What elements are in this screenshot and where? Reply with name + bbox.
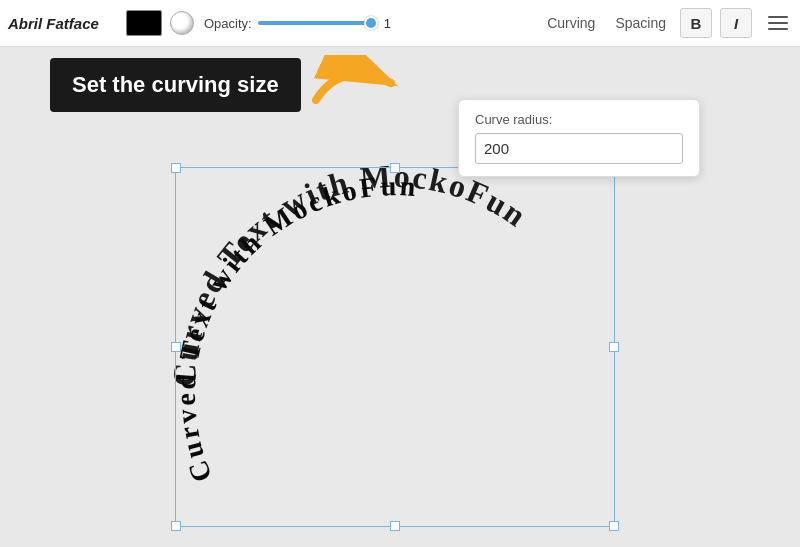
opacity-circle-icon: [170, 11, 194, 35]
opacity-label: Opacity:: [204, 16, 252, 31]
spacing-button[interactable]: Spacing: [609, 11, 672, 35]
font-name-label[interactable]: Abril Fatface: [8, 15, 118, 32]
toolbar: Abril Fatface Opacity: 1 Curving Spacing…: [0, 0, 800, 47]
curved-text-main: .curved-font { font-family: 'Georgia', '…: [160, 152, 630, 542]
color-swatch[interactable]: [126, 10, 162, 36]
bold-button[interactable]: B: [680, 8, 712, 38]
opacity-control: Opacity: 1: [202, 16, 398, 31]
arrow-icon: [311, 55, 401, 115]
menu-line-2: [768, 22, 788, 24]
curve-radius-label: Curve radius:: [475, 112, 683, 127]
svg-text:Curved Text with MockoFun: Curved Text with MockoFun: [170, 170, 420, 486]
opacity-slider[interactable]: [258, 21, 378, 25]
curve-radius-popup: Curve radius:: [458, 99, 700, 177]
menu-button[interactable]: [764, 9, 792, 37]
canvas-area: Set the curving size Curve radius:: [0, 47, 800, 547]
menu-line-1: [768, 16, 788, 18]
curve-radius-input[interactable]: [475, 133, 683, 164]
opacity-value: 1: [384, 16, 398, 31]
italic-button[interactable]: I: [720, 8, 752, 38]
tooltip-label: Set the curving size: [50, 58, 301, 112]
curving-button[interactable]: Curving: [541, 11, 601, 35]
menu-line-3: [768, 28, 788, 30]
tooltip-callout: Set the curving size: [50, 55, 401, 115]
